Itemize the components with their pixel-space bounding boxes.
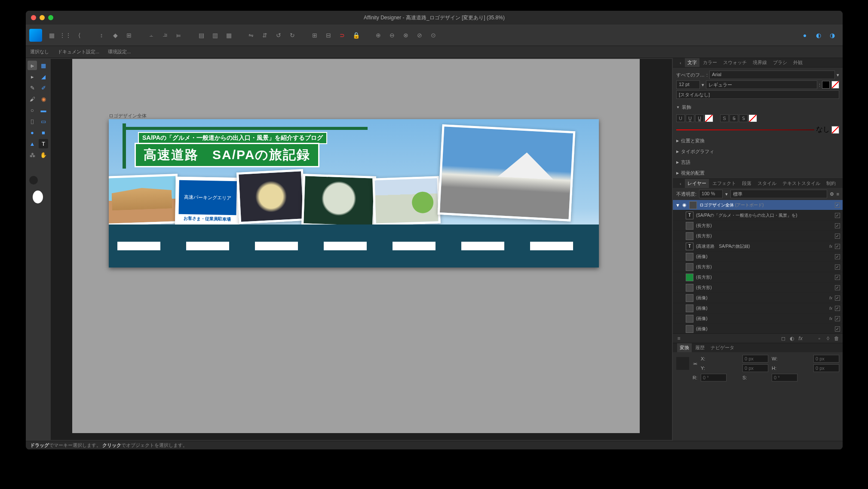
move-tool-icon[interactable]: ▹ xyxy=(28,61,37,70)
opacity-input[interactable]: 100 % xyxy=(699,190,723,198)
close-icon[interactable] xyxy=(31,15,36,20)
menu-icon[interactable]: ≡ xyxy=(837,191,839,197)
arrange-icon[interactable]: ↕ xyxy=(96,30,107,41)
tab-styles[interactable]: スタイル xyxy=(755,179,779,188)
tab-color[interactable]: カラー xyxy=(700,58,720,67)
rotate-cw-icon[interactable]: ↻ xyxy=(287,30,298,41)
transparency-tool-icon[interactable]: ○ xyxy=(28,105,37,115)
minimize-icon[interactable] xyxy=(40,15,45,20)
swap-colors-icon[interactable] xyxy=(29,176,38,185)
persona-pixel-icon[interactable]: ⋮⋮ xyxy=(60,30,71,41)
layer-item[interactable]: T(SA/PAの「グルメ・一般道からの出入口・風景」を)✓ xyxy=(673,210,843,221)
divide-icon[interactable]: ⊘ xyxy=(414,30,425,41)
align-center-icon[interactable]: ⫡ xyxy=(159,30,171,41)
layer-item[interactable]: (画像)✓ xyxy=(673,252,843,262)
context-prefs[interactable]: 環境設定... xyxy=(108,49,131,55)
pen-tool-icon[interactable]: ✎ xyxy=(28,83,37,92)
tab-effects[interactable]: エフェクト xyxy=(710,179,739,188)
crop-tool-icon[interactable]: ⌷ xyxy=(28,117,37,126)
tab-text-styles[interactable]: テキストスタイル xyxy=(780,179,823,188)
h-input[interactable] xyxy=(813,364,839,372)
section-optical[interactable]: 視覚的配置 xyxy=(673,168,843,178)
strike3-btn[interactable]: S̵ xyxy=(739,114,748,122)
tab-brushes[interactable]: ブラシ xyxy=(770,58,790,67)
deco-color-swatch[interactable] xyxy=(831,126,839,134)
account-icon[interactable]: ◑ xyxy=(827,30,838,41)
maximize-icon[interactable] xyxy=(48,15,53,20)
insert-icon[interactable]: ▤ xyxy=(196,30,207,41)
layer-fx-icon[interactable]: fx xyxy=(797,335,804,341)
blend-mode-select[interactable]: 標準 xyxy=(730,190,827,198)
style-select[interactable]: [スタイルなし] xyxy=(676,90,839,99)
layer-item[interactable]: (画像)✓ xyxy=(673,324,843,333)
section-typography[interactable]: タイポグラフィ xyxy=(673,146,843,157)
rotate-ccw-icon[interactable]: ↺ xyxy=(273,30,284,41)
layer-delete-icon[interactable]: 🗑 xyxy=(833,335,840,341)
tab-layers[interactable]: レイヤー xyxy=(685,179,709,188)
link-icon[interactable]: ⫘ xyxy=(693,361,697,366)
corner-tool-icon[interactable]: ◢ xyxy=(39,72,48,81)
layer-item[interactable]: T(高速道路 SA/PAの旅記録)fx✓ xyxy=(673,241,843,252)
triangle-tool-icon[interactable]: ▲ xyxy=(28,139,37,148)
dropdown-icon[interactable]: ▾ xyxy=(725,191,728,197)
combine-icon[interactable]: ⊙ xyxy=(428,30,439,41)
artboard-tool-icon[interactable]: ▦ xyxy=(39,61,48,70)
gradient-tool-icon[interactable]: ▬ xyxy=(39,105,48,115)
eyedropper-icon[interactable]: ⁂ xyxy=(28,150,37,160)
x-input[interactable] xyxy=(742,355,768,363)
stock-icon[interactable]: ◐ xyxy=(813,30,824,41)
tab-transform[interactable]: 変換 xyxy=(677,343,692,352)
node-tool-icon[interactable]: ▸ xyxy=(28,72,37,81)
layer-item[interactable]: (長方形)✓ xyxy=(673,231,843,241)
font-size-select[interactable]: 12 pt xyxy=(676,80,700,89)
context-doc-settings[interactable]: ドキュメント設定... xyxy=(58,49,99,55)
anchor-selector[interactable] xyxy=(676,357,689,370)
tab-paragraph[interactable]: 段落 xyxy=(739,179,754,188)
layer-item[interactable]: (長方形)✓ xyxy=(673,221,843,231)
add-icon[interactable]: ⊕ xyxy=(373,30,384,41)
fill-tool-icon[interactable]: ◉ xyxy=(39,94,48,104)
layer-item[interactable]: (長方形)✓ xyxy=(673,283,843,293)
canvas-area[interactable]: ロゴデザイン全体 SA/PAの「グルメ・一般道からの出入口・風景」を紹介するブロ… xyxy=(50,58,673,441)
s-input[interactable] xyxy=(772,374,797,381)
text-tool-icon[interactable]: T xyxy=(39,139,48,148)
artboard-label[interactable]: ロゴデザイン全体 xyxy=(109,113,147,119)
strike2-btn[interactable]: S̶ xyxy=(730,114,738,122)
dropdown-icon[interactable]: ▾ xyxy=(702,82,704,88)
persona-export-icon[interactable]: ⟨ xyxy=(74,30,85,41)
align-left-icon[interactable]: ⫠ xyxy=(146,30,157,41)
layer-add-icon[interactable]: ▫ xyxy=(816,335,823,341)
section-language[interactable]: 言語 xyxy=(673,157,843,168)
tab-history[interactable]: 履歴 xyxy=(693,343,707,352)
magnet-icon[interactable]: ⊃ xyxy=(337,30,348,41)
layer-item[interactable]: (画像)fx✓ xyxy=(673,314,843,324)
tab-stroke[interactable]: 境界線 xyxy=(750,58,770,67)
hand-tool-icon[interactable]: ✋ xyxy=(39,150,48,160)
tab-character[interactable]: 文字 xyxy=(685,58,699,67)
dropdown-icon[interactable]: ▾ xyxy=(837,72,839,78)
tab-navigator[interactable]: ナビゲータ xyxy=(708,343,737,352)
w-input[interactable] xyxy=(813,355,839,363)
help-icon[interactable]: ● xyxy=(799,30,810,41)
layer-clip-icon[interactable]: ◊ xyxy=(825,335,831,341)
layer-item[interactable]: (長方形)✓ xyxy=(673,272,843,283)
layer-adjust-icon[interactable]: ◐ xyxy=(788,335,795,341)
place-tool-icon[interactable]: ▭ xyxy=(39,117,48,126)
snap-grid-icon[interactable]: ⊞ xyxy=(309,30,320,41)
intersect-icon[interactable]: ⊗ xyxy=(400,30,411,41)
artboard[interactable]: SA/PAの「グルメ・一般道からの出入口・風景」を紹介するブログ 高速道路 SA… xyxy=(109,119,599,268)
underline3-btn[interactable]: U̳ xyxy=(695,114,704,122)
layer-item[interactable]: (長方形)✓ xyxy=(673,262,843,272)
persona-designer-icon[interactable]: ▦ xyxy=(46,30,57,41)
text-stroke-swatch[interactable] xyxy=(831,81,839,89)
flip-h-icon[interactable]: ⇋ xyxy=(245,30,257,41)
preview-icon[interactable]: ⊞ xyxy=(123,30,135,41)
insert-back-icon[interactable]: ▦ xyxy=(223,30,234,41)
lock-icon[interactable]: 🔒 xyxy=(350,30,362,41)
text-fill-swatch[interactable] xyxy=(822,81,830,89)
ellipse-tool-icon[interactable]: ● xyxy=(28,128,37,137)
align-right-icon[interactable]: ⫢ xyxy=(173,30,184,41)
font-family-select[interactable]: Arial xyxy=(709,71,835,79)
brush-tool-icon[interactable]: 🖌 xyxy=(28,94,37,104)
ruler-icon[interactable]: ◆ xyxy=(110,30,121,41)
